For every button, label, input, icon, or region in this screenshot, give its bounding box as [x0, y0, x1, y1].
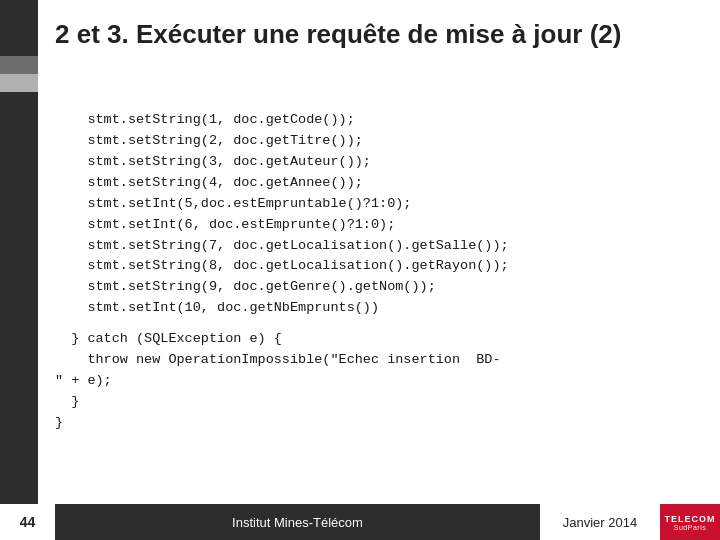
catch-line-2: throw new OperationImpossible("Echec ins…	[55, 350, 690, 371]
code-line-7: stmt.setString(7, doc.getLocalisation().…	[55, 236, 690, 257]
code-line-8: stmt.setString(8, doc.getLocalisation().…	[55, 256, 690, 277]
catch-line-1: } catch (SQLException e) {	[55, 329, 690, 350]
footer-logo: TELECOM SudParis	[660, 504, 720, 540]
sq-dark	[0, 38, 38, 56]
footer-date: Janvier 2014	[540, 504, 660, 540]
sq-light	[0, 74, 38, 92]
footer-page-number: 44	[0, 504, 55, 540]
code-line-4: stmt.setString(4, doc.getAnnee());	[55, 173, 690, 194]
logo-text-bottom: SudParis	[674, 524, 706, 531]
accent-squares	[0, 38, 38, 92]
footer: 44 Institut Mines-Télécom Janvier 2014 T…	[0, 504, 720, 540]
code-line-1: stmt.setString(1, doc.getCode());	[55, 110, 690, 131]
title-area: 2 et 3. Exécuter une requête de mise à j…	[55, 18, 690, 52]
code-line-3: stmt.setString(3, doc.getAuteur());	[55, 152, 690, 173]
footer-institution: Institut Mines-Télécom	[55, 504, 540, 540]
code-area: stmt.setString(1, doc.getCode()); stmt.s…	[55, 110, 690, 434]
code-line-2: stmt.setString(2, doc.getTitre());	[55, 131, 690, 152]
code-line-6: stmt.setInt(6, doc.estEmprunte()?1:0);	[55, 215, 690, 236]
slide-container: 2 et 3. Exécuter une requête de mise à j…	[0, 0, 720, 540]
sq-mid	[0, 56, 38, 74]
code-line-10: stmt.setInt(10, doc.getNbEmprunts())	[55, 298, 690, 319]
catch-line-3: " + e);	[55, 371, 690, 392]
catch-line-5: }	[55, 413, 690, 434]
code-line-5: stmt.setInt(5,doc.estEmpruntable()?1:0);	[55, 194, 690, 215]
code-line-9: stmt.setString(9, doc.getGenre().getNom(…	[55, 277, 690, 298]
catch-line-4: }	[55, 392, 690, 413]
slide-title: 2 et 3. Exécuter une requête de mise à j…	[55, 18, 690, 52]
logo-text-top: TELECOM	[665, 514, 716, 524]
